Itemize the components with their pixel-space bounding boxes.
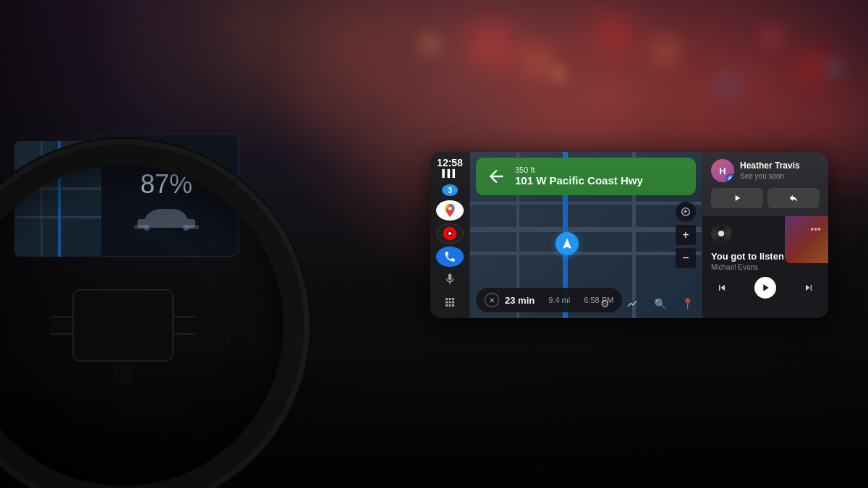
- nav-instruction-text: 350 ft 101 W Pacific Coast Hwy: [515, 166, 687, 187]
- avatar-initial: H: [719, 166, 726, 176]
- map-road-2: [470, 252, 702, 255]
- maps-app-icon[interactable]: [436, 200, 464, 221]
- play-message-button[interactable]: [711, 188, 763, 208]
- sidebar-top: 12:58 ▌▌▌: [437, 158, 463, 177]
- eta-minutes: 23 min: [505, 295, 535, 306]
- bokeh-7: [420, 33, 441, 54]
- signal-bar: ▌▌▌: [442, 169, 457, 177]
- eta-distance: 9.4 mi: [548, 296, 570, 304]
- location-pin-icon[interactable]: 📍: [678, 295, 696, 312]
- map-controls: + −: [676, 202, 696, 268]
- eta-separator: ·: [540, 296, 542, 304]
- next-track-button[interactable]: [798, 277, 820, 299]
- sender-name: Heather Travis: [740, 160, 800, 171]
- sidebar: 12:58 ▌▌▌ 3: [430, 152, 470, 318]
- nav-street: 101 W Pacific Coast Hwy: [515, 174, 687, 187]
- message-info: Heather Travis See you soon: [740, 160, 800, 180]
- message-header: H G Heather Travis See you soon: [711, 159, 820, 182]
- youtube-music-icon[interactable]: [436, 223, 464, 244]
- search-icon[interactable]: 🔍: [651, 295, 668, 312]
- map-area: 350 ft 101 W Pacific Coast Hwy ✕ 23 min …: [470, 152, 702, 318]
- nav-instruction-card: 350 ft 101 W Pacific Coast Hwy: [476, 158, 696, 195]
- artist-name: Michael Evans: [711, 263, 820, 271]
- google-badge: G: [726, 174, 734, 182]
- message-actions: [711, 188, 820, 208]
- music-card: ••• You got to listen Michael Evans: [702, 215, 828, 318]
- bokeh-1: [470, 22, 514, 65]
- message-card: H G Heather Travis See you soon: [702, 152, 828, 215]
- settings-icon[interactable]: ⚙: [596, 295, 613, 312]
- eta-separator-2: ·: [576, 296, 578, 304]
- phone-app-icon[interactable]: [436, 247, 464, 267]
- svg-point-5: [448, 207, 452, 210]
- map-road-5: [470, 202, 702, 205]
- music-more-button[interactable]: •••: [810, 223, 821, 235]
- microphone-icon[interactable]: [436, 270, 464, 290]
- location-arrow: [556, 232, 579, 255]
- notification-badge[interactable]: 3: [442, 184, 458, 196]
- compass-button[interactable]: [676, 202, 696, 222]
- bokeh-2: [521, 43, 553, 76]
- reply-message-button[interactable]: [767, 188, 820, 208]
- time-display: 12:58: [437, 158, 463, 168]
- vinyl-icon: [711, 223, 731, 244]
- steering-hub: [72, 289, 174, 361]
- turn-arrow-icon: [485, 165, 508, 188]
- message-preview: See you soon: [740, 171, 800, 181]
- bokeh-5: [760, 25, 785, 51]
- music-controls: [711, 277, 820, 299]
- route-icon[interactable]: [624, 295, 641, 312]
- prev-track-button[interactable]: [711, 277, 733, 299]
- zoom-in-button[interactable]: +: [676, 225, 696, 245]
- map-road-1: [470, 227, 702, 232]
- apps-grid-icon[interactable]: [436, 292, 464, 312]
- album-art-bg: [785, 215, 828, 263]
- bokeh-10: [825, 58, 845, 78]
- zoom-out-button[interactable]: −: [676, 248, 696, 268]
- bokeh-3: [593, 14, 633, 54]
- map-toolbar: ⚙ 🔍 📍: [596, 295, 696, 312]
- play-pause-button[interactable]: [754, 277, 776, 299]
- bokeh-9: [716, 72, 741, 98]
- right-panel: H G Heather Travis See you soon ••: [702, 152, 828, 318]
- bokeh-8: [550, 65, 568, 83]
- vinyl-center: [718, 231, 724, 236]
- eta-close-button[interactable]: ✕: [485, 293, 499, 307]
- sender-avatar: H G: [711, 159, 734, 182]
- bokeh-4: [651, 36, 680, 65]
- nav-distance: 350 ft: [515, 166, 687, 174]
- android-auto-display: 12:58 ▌▌▌ 3: [430, 152, 828, 318]
